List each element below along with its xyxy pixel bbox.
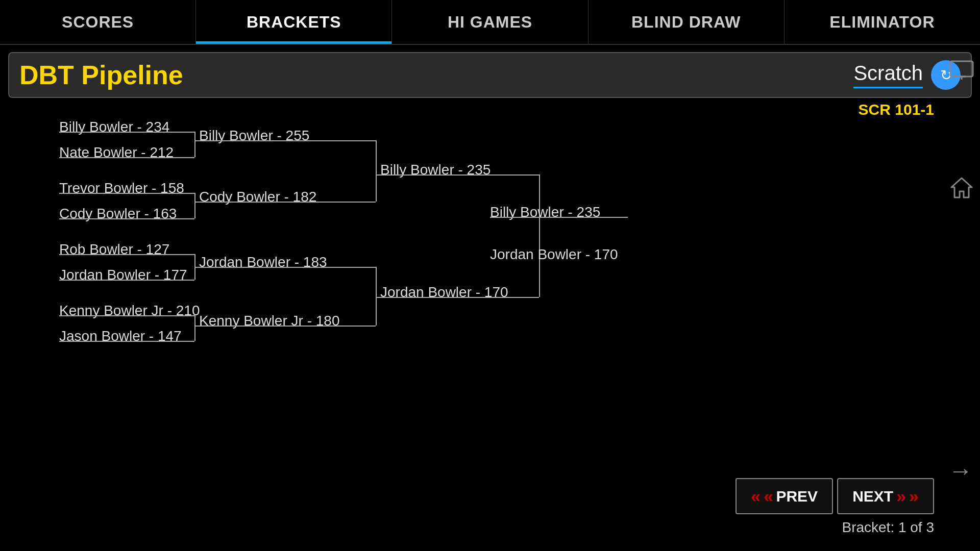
tab-scores[interactable]: SCORES xyxy=(0,0,196,44)
r2-m2-line xyxy=(194,202,376,203)
r3-bot-line xyxy=(376,297,539,298)
r1-m2-vline xyxy=(194,193,195,218)
home-icon[interactable] xyxy=(949,176,974,203)
svg-rect-0 xyxy=(950,61,973,77)
svg-marker-3 xyxy=(951,178,972,197)
r3-m1: Billy Bowler - 235 xyxy=(380,162,491,178)
r3-top-line xyxy=(376,174,539,176)
next-button[interactable]: NEXT » » xyxy=(837,478,934,514)
r2-m2: Cody Bowler - 182 xyxy=(199,189,316,205)
r1-m1-p1: Billy Bowler - 234 xyxy=(59,119,169,135)
tab-brackets[interactable]: BRACKETS xyxy=(196,0,392,44)
nav-buttons: » » PREV NEXT » » xyxy=(736,478,934,514)
r1-m4-line2 xyxy=(59,341,194,342)
r1-m4-line1 xyxy=(59,315,194,316)
r1-m4-p1: Kenny Bowler Jr - 210 xyxy=(59,303,200,319)
r1-m1-line1 xyxy=(59,132,194,133)
r1-m1-vline xyxy=(194,132,195,157)
next-right-chevron: » xyxy=(909,486,919,506)
next-left-chevron: » xyxy=(896,486,906,506)
r3-m2: Jordan Bowler - 170 xyxy=(380,284,508,300)
screen-icon[interactable] xyxy=(949,60,974,84)
r2-m3-line xyxy=(194,267,376,268)
r1-m4-p2: Jason Bowler - 147 xyxy=(59,328,182,344)
r2-m3: Jordan Bowler - 183 xyxy=(199,254,327,270)
r2-top-vline xyxy=(376,140,377,202)
back-button[interactable]: ← xyxy=(948,457,973,485)
next-label: NEXT xyxy=(852,488,893,505)
prev-left-chevron: » xyxy=(751,486,761,506)
r1-m1-p2: Nate Bowler - 212 xyxy=(59,144,174,161)
r1-m1-line2 xyxy=(59,157,194,158)
r2-bot-vline xyxy=(376,267,377,325)
r1-m2-p2: Cody Bowler - 163 xyxy=(59,206,177,222)
prev-button[interactable]: » » PREV xyxy=(736,478,834,514)
r1-m3-p1: Rob Bowler - 127 xyxy=(59,241,169,258)
page-title: DBT Pipeline xyxy=(19,60,853,90)
r1-m3-line1 xyxy=(59,254,194,255)
r4-m2: Jordan Bowler - 170 xyxy=(490,246,618,263)
r1-m2-line1 xyxy=(59,193,194,194)
prev-right-chevron: » xyxy=(764,486,773,506)
bracket-area: Billy Bowler - 234 Nate Bowler - 212 Tre… xyxy=(0,105,949,523)
header-box: DBT Pipeline Scratch ↻ xyxy=(8,52,972,98)
r2-m4: Kenny Bowler Jr - 180 xyxy=(199,313,339,329)
prev-label: PREV xyxy=(776,488,818,505)
r3-vline xyxy=(539,174,540,297)
r2-m4-line xyxy=(194,325,376,327)
bracket-info: Bracket: 1 of 3 xyxy=(842,519,934,536)
tab-blind-draw[interactable]: BLIND DRAW xyxy=(589,0,785,44)
r1-m3-p2: Jordan Bowler - 177 xyxy=(59,267,187,283)
r4-top-line xyxy=(490,217,628,218)
scratch-label: Scratch xyxy=(853,62,923,88)
tab-eliminator[interactable]: ELIMINATOR xyxy=(785,0,980,44)
r1-m2-p1: Trevor Bowler - 158 xyxy=(59,180,184,196)
tab-hi-games[interactable]: HI GAMES xyxy=(392,0,588,44)
r2-m1-line xyxy=(194,140,376,141)
r1-m4-vline xyxy=(194,315,195,341)
r2-m1: Billy Bowler - 255 xyxy=(199,128,309,144)
r1-m3-line2 xyxy=(59,280,194,281)
top-navigation: SCORES BRACKETS HI GAMES BLIND DRAW ELIM… xyxy=(0,0,980,45)
bottom-nav: » » PREV NEXT » » Bracket: 1 of 3 xyxy=(736,478,934,536)
r4-m1: Billy Bowler - 235 xyxy=(490,204,600,220)
r1-m2-line2 xyxy=(59,218,194,219)
